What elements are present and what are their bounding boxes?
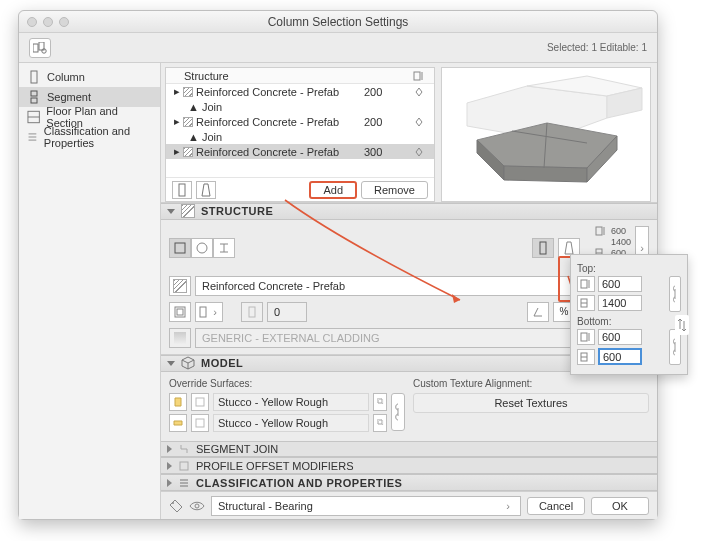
offset-mod-icon bbox=[178, 460, 190, 472]
multi-edit-icon[interactable] bbox=[29, 38, 51, 58]
bottom-width-field[interactable]: 600 bbox=[598, 329, 642, 345]
segment-row[interactable]: ▸Reinforced Concrete - Prefab200 bbox=[166, 114, 434, 129]
segment-name: Reinforced Concrete - Prefab bbox=[196, 86, 339, 98]
anchor-icon bbox=[414, 117, 424, 127]
sidebar-item-floorplan[interactable]: Floor Plan and Section bbox=[19, 107, 160, 127]
svg-rect-5 bbox=[31, 98, 37, 103]
disclosure-triangle-icon bbox=[167, 209, 175, 214]
svg-rect-31 bbox=[177, 309, 183, 315]
tag-icon bbox=[169, 499, 183, 513]
anchor-icon bbox=[414, 87, 424, 97]
zoom-icon[interactable] bbox=[59, 17, 69, 27]
link-icon[interactable] bbox=[669, 276, 681, 312]
close-icon[interactable] bbox=[27, 17, 37, 27]
list-icon bbox=[27, 130, 38, 144]
surface-popup-icon[interactable]: ⧉ bbox=[373, 414, 387, 432]
section-classification[interactable]: CLASSIFICATION AND PROPERTIES bbox=[161, 474, 657, 491]
surface-popup-icon[interactable]: ⧉ bbox=[373, 393, 387, 411]
cladding-swatch bbox=[169, 328, 191, 348]
custom-texture-label: Custom Texture Alignment: bbox=[413, 378, 649, 389]
shape-profile-icon[interactable] bbox=[213, 238, 235, 258]
uniform-segment-icon[interactable] bbox=[172, 181, 192, 199]
top-label: Top: bbox=[577, 263, 681, 274]
paint-icon[interactable] bbox=[191, 414, 209, 432]
paint-icon[interactable] bbox=[191, 393, 209, 411]
svg-rect-26 bbox=[596, 227, 602, 235]
cladding-name: GENERIC - EXTERNAL CLADDING bbox=[202, 332, 379, 344]
section-profile-offset[interactable]: PROFILE OFFSET MODIFIERS bbox=[161, 457, 657, 474]
segment-row-join[interactable]: ▲Join bbox=[166, 99, 434, 114]
svg-rect-23 bbox=[175, 243, 185, 253]
surface-side-icon[interactable] bbox=[169, 393, 187, 411]
disclosure-triangle-icon bbox=[167, 462, 172, 470]
tapered-segment-icon[interactable] bbox=[196, 181, 216, 199]
svg-point-24 bbox=[197, 243, 207, 253]
minimize-icon[interactable] bbox=[43, 17, 53, 27]
segment-row[interactable]: ▸Reinforced Concrete - Prefab300 bbox=[166, 144, 434, 159]
window-title: Column Selection Settings bbox=[19, 11, 657, 33]
remove-button[interactable]: Remove bbox=[361, 181, 428, 199]
footer: Structural - Bearing › Cancel OK bbox=[161, 491, 657, 519]
shape-rect-icon[interactable] bbox=[169, 238, 191, 258]
section-title: SEGMENT JOIN bbox=[196, 443, 278, 455]
floorplan-icon bbox=[27, 110, 40, 124]
taper-uniform-icon[interactable] bbox=[532, 238, 554, 258]
swap-icon[interactable] bbox=[675, 315, 689, 335]
segment-name: Join bbox=[202, 101, 222, 113]
model-icon bbox=[181, 356, 195, 370]
cancel-button[interactable]: Cancel bbox=[527, 497, 585, 515]
svg-marker-19 bbox=[504, 166, 587, 182]
svg-rect-3 bbox=[31, 71, 37, 83]
eye-icon[interactable] bbox=[189, 500, 205, 512]
height-icon bbox=[577, 295, 595, 311]
toolbar: Selected: 1 Editable: 1 bbox=[19, 33, 657, 63]
material-name: Reinforced Concrete - Prefab bbox=[202, 280, 345, 292]
spin-value: 0 bbox=[274, 306, 280, 318]
top-height-field[interactable]: 1400 bbox=[598, 295, 642, 311]
top-width-field[interactable]: 600 bbox=[598, 276, 642, 292]
segment-row-join[interactable]: ▲Join bbox=[166, 129, 434, 144]
sidebar-item-segment[interactable]: Segment bbox=[19, 87, 160, 107]
preview-3d[interactable] bbox=[441, 67, 651, 202]
segment-value: 300 bbox=[364, 146, 404, 158]
disclosure-triangle-icon bbox=[167, 361, 175, 366]
segment-name: Join bbox=[202, 131, 222, 143]
sidebar-item-classification[interactable]: Classification and Properties bbox=[19, 127, 160, 147]
sidebar-item-label: Classification and Properties bbox=[44, 125, 152, 149]
section-title: STRUCTURE bbox=[201, 205, 273, 217]
sidebar-item-label: Column bbox=[47, 71, 85, 83]
angle-icon[interactable] bbox=[527, 302, 549, 322]
bottom-height-field[interactable]: 600 bbox=[598, 348, 642, 365]
remove-label: Remove bbox=[374, 184, 415, 196]
section-title: PROFILE OFFSET MODIFIERS bbox=[196, 460, 353, 472]
material-swatch[interactable] bbox=[169, 276, 191, 296]
section-segment-join[interactable]: SEGMENT JOIN bbox=[161, 441, 657, 458]
window-controls bbox=[27, 17, 69, 27]
disclosure-triangle-icon bbox=[167, 479, 172, 487]
segment-icon bbox=[27, 90, 41, 104]
width-icon bbox=[577, 329, 595, 345]
hatch-icon bbox=[181, 204, 195, 218]
ok-button[interactable]: OK bbox=[591, 497, 649, 515]
section-structure[interactable]: STRUCTURE bbox=[161, 203, 657, 220]
svg-rect-46 bbox=[581, 333, 587, 341]
svg-point-40 bbox=[172, 502, 174, 504]
shape-circle-icon[interactable] bbox=[191, 238, 213, 258]
sidebar-item-column[interactable]: Column bbox=[19, 67, 160, 87]
link-surfaces-icon[interactable] bbox=[391, 393, 405, 431]
svg-rect-34 bbox=[196, 398, 204, 406]
veneer-icon[interactable] bbox=[169, 302, 191, 322]
surface-end-icon[interactable] bbox=[169, 414, 187, 432]
segment-row[interactable]: ▸Reinforced Concrete - Prefab200 bbox=[166, 84, 434, 99]
offset-icon[interactable]: › bbox=[195, 302, 223, 322]
override-surfaces-label: Override Surfaces: bbox=[169, 378, 405, 389]
width-icon bbox=[594, 226, 608, 236]
reset-textures-button: Reset Textures bbox=[413, 393, 649, 413]
height-icon bbox=[577, 349, 595, 365]
list-header-structure: Structure bbox=[166, 70, 364, 82]
bottom-label: Bottom: bbox=[577, 316, 681, 327]
classification-tag-field[interactable]: Structural - Bearing › bbox=[211, 496, 521, 516]
svg-point-41 bbox=[195, 504, 199, 508]
cancel-label: Cancel bbox=[539, 500, 573, 512]
add-button[interactable]: Add bbox=[309, 181, 357, 199]
